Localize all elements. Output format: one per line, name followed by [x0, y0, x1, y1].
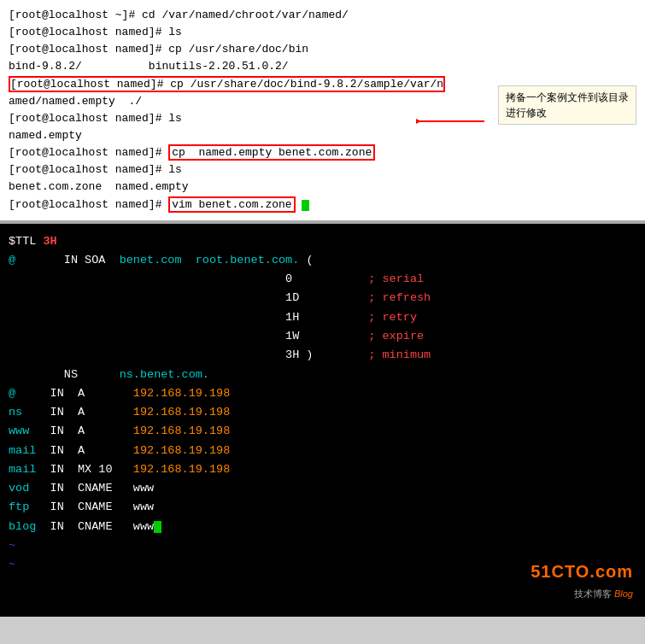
terminal-line-4: bind-9.8.2/ binutils-2.20.51.0.2/ [9, 58, 636, 75]
tilde-1: ~ [9, 536, 636, 555]
expire-line: 1W ; expire [9, 327, 636, 346]
soa-line: @ IN SOA benet.com root.benet.com. ( [9, 251, 636, 270]
annotation-box: 拷备一个案例文件到该目录 进行修改 [498, 85, 636, 125]
terminal-line-11: benet.com.zone named.empty [9, 179, 636, 196]
record-mail-a: mail IN A 192.168.19.198 [9, 442, 636, 460]
terminal-line-12: [root@localhost named]# vim benet.com.zo… [9, 196, 636, 214]
record-www: www IN A 192.168.19.198 [9, 422, 636, 441]
terminal-line-9: [root@localhost named]# cp named.empty b… [9, 144, 636, 161]
ttl-line: $TTL 3H [9, 232, 636, 251]
ns-line: NS ns.benet.com. [9, 366, 636, 384]
terminal-line-2: [root@localhost named]# ls [9, 24, 636, 41]
record-blog: blog IN CNAME www [9, 518, 636, 536]
top-terminal: [root@localhost ~]# cd /var/named/chroot… [0, 0, 645, 224]
terminal-line-10: [root@localhost named]# ls [9, 161, 636, 179]
logo-area: 51CTO.com 技术博客 Blog [531, 558, 633, 601]
terminal-line-1: [root@localhost ~]# cd /var/named/chroot… [9, 7, 636, 24]
record-at: @ IN A 192.168.19.198 [9, 384, 636, 403]
terminal-line-3: [root@localhost named]# cp /usr/share/do… [9, 41, 636, 58]
record-ns: ns IN A 192.168.19.198 [9, 403, 636, 422]
retry-line: 1H ; retry [9, 308, 636, 327]
logo-text: 51CTO.com [531, 558, 633, 586]
annotation-arrow [416, 113, 484, 130]
terminal-line-8: named.empty [9, 127, 636, 144]
serial-line: 0 ; serial [9, 270, 636, 289]
bottom-terminal: $TTL 3H @ IN SOA benet.com root.benet.co… [0, 224, 645, 617]
record-vod: vod IN CNAME www [9, 479, 636, 498]
refresh-line: 1D ; refresh [9, 289, 636, 307]
record-ftp: ftp IN CNAME www [9, 498, 636, 517]
logo-subtitle: 技术博客 Blog [531, 586, 633, 601]
minimum-line: 3H ) ; minimum [9, 346, 636, 365]
record-mail-mx: mail IN MX 10 192.168.19.198 [9, 460, 636, 479]
